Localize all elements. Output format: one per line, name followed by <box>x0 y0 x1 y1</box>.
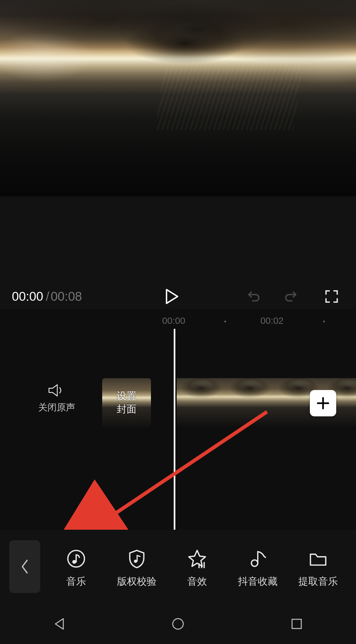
music-icon <box>66 548 86 569</box>
nav-home[interactable] <box>158 612 198 635</box>
mute-original-audio[interactable]: 关闭原声 <box>37 383 76 414</box>
redo-button[interactable] <box>282 287 301 306</box>
undo-button[interactable] <box>244 287 262 306</box>
svg-point-5 <box>173 619 183 629</box>
nav-back-icon <box>51 616 67 632</box>
add-clip-button[interactable] <box>310 390 336 416</box>
plus-icon <box>316 396 330 410</box>
folder-icon <box>308 548 328 569</box>
timeline[interactable]: 00:00 00:02 关闭原声 设置 封面 <box>0 309 356 565</box>
tool-sfx-label: 音效 <box>187 575 207 588</box>
redo-icon <box>284 289 299 304</box>
nav-home-icon <box>170 616 186 632</box>
svg-point-4 <box>251 560 257 566</box>
star-sfx-icon <box>187 548 207 569</box>
set-cover-button[interactable]: 设置 封面 <box>102 378 151 427</box>
ruler-mark-2: 00:02 <box>260 316 283 326</box>
time-current: 00:00 <box>12 290 43 304</box>
clip-strip: 关闭原声 设置 封面 <box>0 378 356 430</box>
time-separator: / <box>46 290 49 304</box>
tool-copyright-check[interactable]: 版权校验 <box>109 545 164 588</box>
undo-icon <box>246 289 261 304</box>
play-button[interactable] <box>163 287 181 306</box>
tool-sound-effects[interactable]: 音效 <box>170 545 224 588</box>
tool-douyin-label: 抖音收藏 <box>238 575 278 588</box>
time-total: 00:08 <box>51 290 82 304</box>
android-nav-bar <box>0 603 356 644</box>
clip-thumbnail[interactable] <box>177 378 225 427</box>
cover-label: 设置 封面 <box>117 389 136 416</box>
tool-douyin-favorites[interactable]: 抖音收藏 <box>230 545 285 588</box>
ruler-dot <box>323 321 325 322</box>
tiktok-note-icon <box>248 548 268 569</box>
speaker-icon <box>48 383 66 398</box>
video-preview[interactable] <box>0 0 356 196</box>
fullscreen-button[interactable] <box>322 287 341 306</box>
nav-recent[interactable] <box>277 612 316 635</box>
tool-copyright-label: 版权校验 <box>117 575 157 588</box>
ruler-dot <box>224 321 226 322</box>
audio-toolbar: 音乐 版权校验 音效 <box>0 530 356 603</box>
ruler-mark-0: 00:00 <box>162 316 185 326</box>
chevron-left-icon <box>19 559 30 574</box>
nav-back[interactable] <box>40 612 79 635</box>
fullscreen-icon <box>325 290 339 303</box>
nav-recent-icon <box>289 616 305 632</box>
tool-music-label: 音乐 <box>66 575 86 588</box>
toolbar-back-button[interactable] <box>9 540 40 593</box>
playback-controls: 00:00 / 00:08 <box>0 284 356 309</box>
tool-music[interactable]: 音乐 <box>49 545 104 588</box>
play-icon <box>165 289 179 304</box>
tool-extract-label: 提取音乐 <box>298 575 338 588</box>
shield-music-icon <box>127 548 147 569</box>
preview-light-rays <box>155 58 304 130</box>
clip-thumbnail[interactable] <box>225 378 274 427</box>
svg-rect-6 <box>292 619 301 629</box>
tool-extract-music[interactable]: 提取音乐 <box>291 545 345 588</box>
playhead[interactable] <box>174 329 175 549</box>
time-ruler: 00:00 00:02 <box>0 316 356 329</box>
mute-label: 关闭原声 <box>37 401 76 414</box>
